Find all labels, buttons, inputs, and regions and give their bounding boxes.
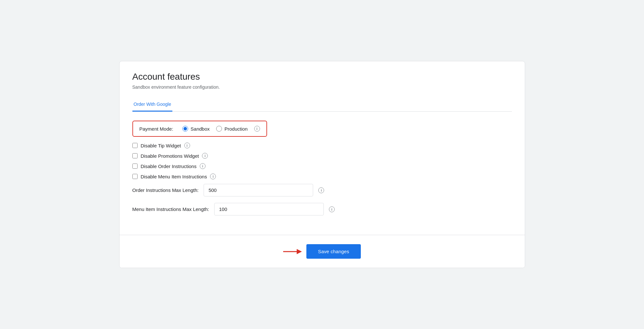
- checkbox-disable-tip-widget-input[interactable]: [132, 143, 138, 148]
- payment-mode-row: Payment Mode: Sandbox Production i: [132, 121, 267, 137]
- arrow-indicator: [283, 247, 303, 256]
- checkbox-disable-promotions-widget-label: Disable Promotions Widget: [141, 153, 199, 159]
- disable-menu-item-instructions-info-icon[interactable]: i: [210, 174, 216, 179]
- checkbox-disable-order-instructions: Disable Order Instructions i: [132, 163, 512, 169]
- checkbox-disable-tip-widget: Disable Tip Widget i: [132, 143, 512, 148]
- order-instructions-info-icon[interactable]: i: [318, 187, 324, 193]
- card-body: Account features Sandbox environment fea…: [120, 61, 525, 235]
- order-instructions-max-length-input[interactable]: [204, 184, 313, 196]
- radio-production-input[interactable]: [216, 126, 222, 132]
- svg-marker-1: [297, 249, 302, 254]
- form-section: Payment Mode: Sandbox Production i Disa: [132, 121, 512, 235]
- page-title: Account features: [132, 72, 512, 82]
- payment-mode-info-icon[interactable]: i: [254, 126, 260, 132]
- payment-mode-label: Payment Mode:: [139, 126, 173, 132]
- menu-item-instructions-max-length-label: Menu Item Instructions Max Length:: [132, 206, 209, 212]
- input-row-menu-item-instructions: Menu Item Instructions Max Length: i: [132, 203, 512, 215]
- radio-group-payment-mode: Sandbox Production i: [182, 126, 260, 132]
- disable-tip-widget-info-icon[interactable]: i: [184, 143, 190, 148]
- save-changes-button[interactable]: Save changes: [306, 244, 361, 259]
- radio-sandbox-input[interactable]: [182, 126, 188, 132]
- card-footer: Save changes: [120, 235, 525, 268]
- checkbox-disable-promotions-widget-input[interactable]: [132, 153, 138, 158]
- checkbox-disable-order-instructions-input[interactable]: [132, 164, 138, 169]
- radio-production-label: Production: [225, 126, 248, 132]
- input-row-order-instructions: Order Instructions Max Length: i: [132, 184, 512, 196]
- checkbox-disable-menu-item-instructions: Disable Menu Item Instructions i: [132, 174, 512, 179]
- tab-order-with-google[interactable]: Order With Google: [132, 98, 173, 112]
- radio-production[interactable]: Production: [216, 126, 248, 132]
- menu-item-instructions-info-icon[interactable]: i: [329, 206, 335, 212]
- checkbox-disable-tip-widget-label: Disable Tip Widget: [141, 143, 181, 148]
- checkbox-disable-order-instructions-label: Disable Order Instructions: [141, 164, 197, 169]
- checkbox-disable-promotions-widget: Disable Promotions Widget i: [132, 153, 512, 159]
- checkbox-disable-menu-item-instructions-label: Disable Menu Item Instructions: [141, 174, 207, 179]
- tab-bar: Order With Google: [132, 97, 512, 112]
- disable-order-instructions-info-icon[interactable]: i: [200, 163, 206, 169]
- radio-sandbox[interactable]: Sandbox: [182, 126, 210, 132]
- menu-item-instructions-max-length-input[interactable]: [214, 203, 324, 215]
- page-subtitle: Sandbox environment feature configuratio…: [132, 85, 512, 90]
- disable-promotions-widget-info-icon[interactable]: i: [202, 153, 208, 159]
- checkbox-disable-menu-item-instructions-input[interactable]: [132, 174, 138, 179]
- radio-sandbox-label: Sandbox: [191, 126, 210, 132]
- order-instructions-max-length-label: Order Instructions Max Length:: [132, 187, 199, 193]
- footer-cta-area: Save changes: [283, 244, 361, 259]
- account-features-card: Account features Sandbox environment fea…: [119, 61, 525, 268]
